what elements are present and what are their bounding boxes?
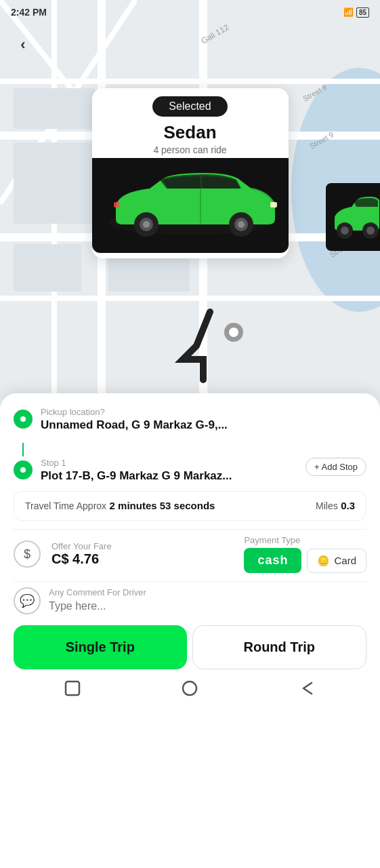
pickup-label: Pickup location? (41, 407, 366, 417)
car-type-name: Sedan (92, 122, 289, 143)
stop-dot (14, 460, 33, 479)
comment-label: Any Comment For Driver (49, 587, 366, 597)
miles-value: 0.3 (341, 500, 355, 511)
fare-row: $ Offer Your Fare C$ 4.76 Payment Type c… (14, 535, 366, 573)
payment-block: Payment Type cash 🪙 Card (244, 535, 366, 573)
miles-label: Miles (316, 500, 338, 511)
add-stop-button[interactable]: + Add Stop (305, 458, 366, 476)
payment-type-label: Payment Type (244, 535, 366, 545)
fare-block: Offer Your Fare C$ 4.76 (51, 541, 233, 567)
nav-circle-icon[interactable] (179, 677, 200, 699)
signal-icon: 📶 (343, 7, 354, 17)
svg-rect-12 (14, 142, 95, 224)
round-trip-button[interactable]: Round Trip (192, 625, 367, 669)
back-button[interactable]: ‹ (11, 33, 35, 57)
card-button[interactable]: 🪙 Card (307, 549, 366, 573)
dot-connector (22, 443, 24, 456)
svg-point-35 (341, 226, 349, 235)
svg-rect-38 (66, 682, 79, 695)
payment-options: cash 🪙 Card (244, 548, 366, 573)
svg-point-37 (366, 226, 375, 235)
svg-point-28 (143, 221, 150, 228)
travel-time-value: 2 minutes 53 seconds (110, 500, 215, 511)
single-trip-button[interactable]: Single Trip (14, 625, 187, 669)
comment-row: 💬 Any Comment For Driver (14, 587, 366, 614)
nav-square-icon[interactable] (62, 677, 83, 699)
car-image (92, 158, 289, 253)
status-bar: 2:42 PM 📶 85 (0, 0, 380, 24)
svg-rect-15 (14, 244, 81, 292)
svg-rect-32 (270, 202, 277, 208)
svg-point-31 (238, 221, 245, 228)
stop-location-row: Stop 1 Plot 17-B, G-9 Markaz G 9 Markaz.… (14, 458, 366, 483)
comment-block: Any Comment For Driver (49, 587, 366, 612)
travel-info-row: Travel Time Approx 2 minutes 53 seconds … (14, 491, 366, 521)
svg-point-39 (183, 682, 196, 695)
separator (14, 529, 366, 530)
selected-badge: Selected (152, 96, 227, 117)
nav-back-icon[interactable] (297, 677, 318, 699)
pickup-dot (14, 410, 33, 429)
cash-button[interactable]: cash (244, 548, 301, 573)
car-peek-thumbnail (326, 183, 380, 251)
card-icon: 🪙 (317, 555, 330, 567)
fare-amount: C$ 4.76 (51, 551, 233, 567)
car-selection-card: Selected Sedan 4 person can ride (92, 88, 289, 258)
travel-time-label: Travel Time Approx (25, 500, 106, 511)
pickup-text-block: Pickup location? Unnamed Road, G 9 Marka… (41, 407, 366, 432)
navigation-bar (14, 669, 366, 710)
battery-icon: 85 (356, 7, 369, 18)
dollar-icon: $ (14, 540, 41, 568)
svg-rect-11 (14, 88, 95, 129)
time-display: 2:42 PM (11, 7, 47, 18)
card-label: Card (334, 555, 356, 566)
svg-rect-33 (114, 202, 119, 208)
comment-icon: 💬 (14, 587, 41, 614)
pickup-address: Unnamed Road, G 9 Markaz G-9,... (41, 418, 366, 432)
trip-type-selector: Single Trip Round Trip (0, 625, 380, 669)
bottom-panel: Pickup location? Unnamed Road, G 9 Marka… (0, 393, 380, 868)
separator-2 (14, 581, 366, 582)
back-arrow-icon: ‹ (20, 36, 25, 54)
fare-label: Offer Your Fare (51, 541, 233, 551)
svg-point-22 (229, 328, 238, 337)
pickup-location-row: Pickup location? Unnamed Road, G 9 Marka… (14, 407, 366, 432)
car-capacity: 4 person can ride (92, 144, 289, 155)
status-icons: 📶 85 (343, 7, 369, 18)
comment-input[interactable] (49, 600, 366, 612)
